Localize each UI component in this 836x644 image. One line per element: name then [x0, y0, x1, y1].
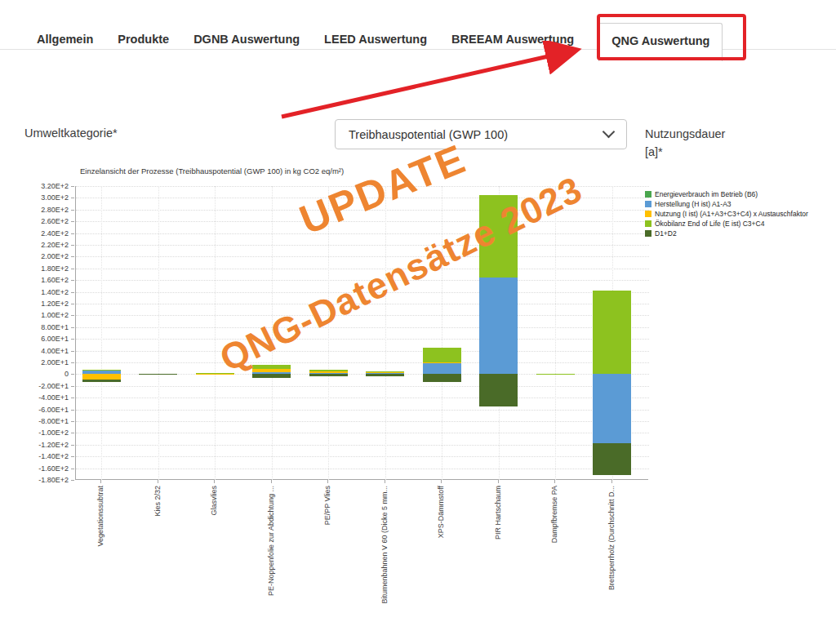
highlight-box [597, 14, 746, 60]
tab-produkte[interactable]: Produkte [118, 20, 169, 46]
y-axis-tick [71, 245, 74, 246]
umweltkategorie-label: Umweltkategorie* [24, 127, 118, 140]
red-arrow [245, 41, 612, 131]
y-axis-tick [71, 269, 74, 269]
y-axis-tick-label: 2.60E+2 [18, 217, 69, 225]
x-axis-tick [327, 480, 328, 483]
legend-swatch-icon [645, 201, 651, 207]
bar-segment [366, 374, 404, 376]
y-axis-tick [71, 398, 74, 398]
bar-segment [593, 443, 631, 475]
x-axis-tick [271, 480, 272, 483]
y-axis-tick [71, 456, 74, 457]
nutzungsdauer-label-line2: [a]* [645, 143, 725, 161]
gridline-h [76, 410, 649, 411]
y-axis-tick-label: 1.40E+2 [18, 288, 69, 296]
y-axis-tick-label: 2.00E+1 [18, 358, 69, 366]
y-axis-tick-label: 3.00E+2 [18, 193, 69, 202]
y-axis-tick [71, 292, 74, 293]
gridline-v [385, 186, 386, 480]
y-axis-tick-label: -4.00E+1 [18, 393, 69, 402]
gridline-h [76, 398, 649, 398]
y-axis-tick [71, 221, 74, 222]
legend-label: D1+D2 [655, 229, 677, 238]
x-axis-tick [214, 480, 215, 483]
y-axis-tick-label: -8.00E+1 [18, 417, 69, 425]
bar-segment [593, 291, 631, 374]
gridline-h [76, 339, 649, 340]
legend-item-herstellung-h-ist-a1-a3: Herstellung (H ist) A1-A3 [645, 200, 808, 208]
y-axis-tick [71, 445, 74, 446]
gridline-h [76, 421, 649, 422]
gridline-h [76, 362, 649, 363]
legend-label: Energieverbrauch im Betrieb (B6) [655, 190, 758, 198]
gridline-h [76, 456, 649, 457]
y-axis-tick [71, 304, 74, 304]
gridline-v [215, 186, 216, 480]
bar-segment [423, 362, 461, 374]
gridline-h [76, 351, 649, 352]
y-axis-tick-label: 3.20E+2 [18, 182, 69, 190]
x-axis-tick [100, 480, 101, 483]
gridline-h [76, 233, 649, 234]
y-axis-tick [71, 327, 74, 328]
legend-label: Nutzung (I ist) (A1+A3+C3+C4) x Austausc… [655, 210, 808, 218]
legend-label: Herstellung (H ist) A1-A3 [655, 200, 732, 208]
bar-segment [366, 371, 404, 372]
y-axis-tick [71, 362, 74, 363]
legend-item-d1-d2: D1+D2 [645, 229, 808, 238]
bar-segment [252, 374, 291, 377]
x-axis-label-glasvlies: Glasvlies [210, 486, 218, 516]
y-axis-tick-label: 2.40E+2 [18, 229, 69, 238]
gridline-v [101, 186, 102, 480]
gridline-h [76, 469, 649, 469]
y-axis-tick [71, 480, 74, 481]
x-axis-label-kies-2-32: Kies 2/32 [153, 486, 162, 517]
legend-item-energieverbrauch-im-betrieb-b6: Energieverbrauch im Betrieb (B6) [645, 190, 808, 198]
y-axis-tick [71, 351, 74, 352]
bar-segment [423, 348, 461, 362]
x-axis-tick [498, 480, 499, 483]
y-axis-tick [71, 186, 74, 187]
x-axis-tick [554, 480, 555, 483]
y-axis-tick-label: -1.00E+2 [18, 429, 69, 437]
x-axis-label-dampfbremse-pa: Dampfbremse PA [550, 486, 558, 543]
legend-swatch-icon [645, 191, 651, 198]
gridline-h [76, 433, 649, 433]
legend-item-ökobilanz-end-of-life-e-ist-c3-c4: Ökobilanz End of Life (E ist) C3+C4 [645, 220, 808, 228]
gridline-h [76, 327, 649, 328]
x-axis-label-brettsperrholz-durchschnitt-d: Brettsperrholz (Durchschnitt D... [607, 486, 616, 590]
y-axis-tick [71, 315, 74, 316]
x-axis-label-pe-pp-vlies: PE/PP Vlies [323, 486, 331, 525]
nutzungsdauer-label: Nutzungsdauer [a]* [645, 125, 725, 162]
bar-segment [252, 369, 291, 372]
x-axis-label-vegetationssubtrat: Vegetationssubtrat [96, 486, 104, 547]
legend-label: Ökobilanz End of Life (E ist) C3+C4 [655, 220, 764, 228]
y-axis-tick [71, 374, 74, 375]
x-axis-tick [385, 480, 385, 483]
bar-segment [536, 374, 575, 375]
chart-legend: Energieverbrauch im Betrieb (B6)Herstell… [645, 190, 808, 238]
y-axis-tick [71, 233, 74, 234]
x-axis-label-bitumenbahnen-v-60-dicke-5-mm: Bitumenbahnen V 60 (Dicke 5 mm... [380, 486, 389, 604]
y-axis-tick-label: 0 [18, 370, 69, 378]
gridline-h [76, 445, 649, 446]
y-axis-tick-label: 2.80E+2 [18, 206, 69, 214]
y-axis-tick [71, 210, 74, 211]
gridline-v [158, 186, 159, 480]
y-axis-tick-label: -1.80E+2 [18, 476, 69, 484]
y-axis-tick-label: 6.00E+1 [18, 335, 69, 343]
legend-item-nutzung-i-ist-a1-a3-c3-c4-x-austauschfaktor: Nutzung (I ist) (A1+A3+C3+C4) x Austausc… [645, 210, 808, 218]
tab-allgemein[interactable]: Allgemein [37, 20, 93, 46]
nutzungsdauer-label-line1: Nutzungsdauer [645, 125, 725, 143]
bar-segment [479, 374, 518, 406]
x-axis-label-xps-dämmstoff: XPS-Dämmstoff [437, 486, 445, 538]
y-axis-tick-label: 2.20E+2 [18, 241, 69, 249]
y-axis-tick [71, 280, 74, 281]
y-axis-tick-label: 1.20E+2 [18, 300, 69, 308]
x-axis-tick [441, 480, 442, 483]
gridline-h [76, 245, 649, 246]
y-axis-tick-label: 1.00E+2 [18, 311, 69, 319]
y-axis-tick [71, 198, 74, 198]
y-axis-tick [71, 339, 74, 340]
